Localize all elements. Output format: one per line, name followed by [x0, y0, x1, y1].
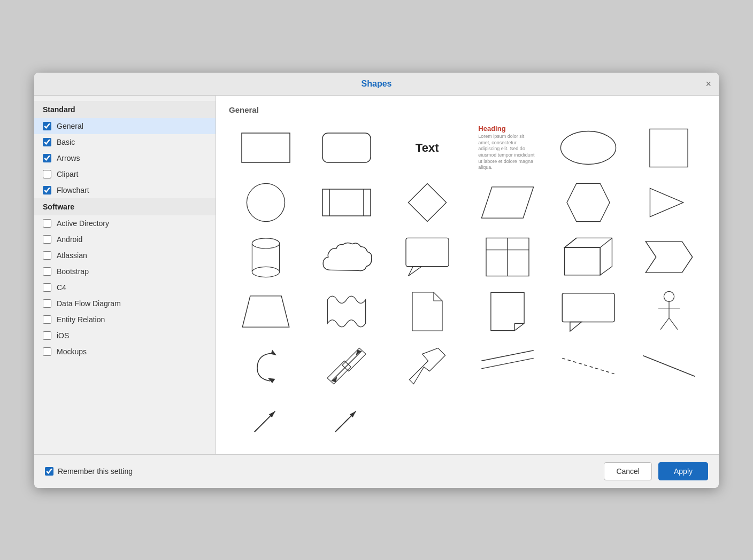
cancel-button[interactable]: Cancel — [604, 462, 652, 480]
shape-dashed-line — [551, 342, 626, 390]
clipart-checkbox[interactable] — [43, 170, 51, 178]
shape-text: Text — [390, 124, 464, 172]
sidebar-item-basic[interactable]: Basic — [34, 134, 216, 150]
ellipse-svg — [556, 128, 620, 168]
sidebar-item-bootstrap[interactable]: Bootstrap — [34, 263, 216, 279]
general-checkbox[interactable] — [43, 122, 51, 130]
dialog-body: Standard General Basic Arrows Clipart Fl… — [34, 96, 719, 454]
svg-point-2 — [560, 131, 616, 165]
shape-hexagon — [551, 178, 626, 227]
svg-line-42 — [482, 350, 534, 361]
shape-cylinder — [229, 233, 303, 281]
bootstrap-checkbox[interactable] — [43, 267, 51, 276]
small-arrow-1-svg — [250, 405, 281, 436]
text-label: Text — [416, 141, 439, 155]
svg-point-12 — [252, 238, 280, 248]
shape-square — [632, 124, 706, 172]
svg-marker-41 — [409, 348, 445, 384]
shape-speech-bubble — [390, 233, 464, 281]
sidebar-item-android[interactable]: Android — [34, 231, 216, 247]
general-label: General — [57, 122, 83, 130]
shape-double-line — [471, 342, 545, 390]
svg-line-45 — [643, 355, 695, 376]
svg-marker-35 — [271, 349, 276, 355]
svg-marker-10 — [567, 183, 610, 221]
trapezoid-svg — [240, 293, 292, 330]
small-arrow-2-svg — [331, 405, 362, 436]
sidebar-item-ios[interactable]: iOS — [34, 328, 216, 344]
square-svg — [646, 127, 691, 169]
svg-rect-1 — [322, 133, 371, 162]
shape-arrow-right — [632, 178, 706, 227]
svg-marker-17 — [408, 266, 421, 276]
svg-rect-21 — [565, 247, 601, 275]
active-directory-checkbox[interactable] — [43, 219, 51, 228]
android-checkbox[interactable] — [43, 235, 51, 244]
sidebar-item-entity-relation[interactable]: Entity Relation — [34, 312, 216, 328]
sidebar-item-atlassian[interactable]: Atlassian — [34, 247, 216, 263]
section-title: General — [229, 105, 706, 114]
heading-shape: Heading Lorem ipsum dolor sit amet, cons… — [478, 125, 537, 171]
svg-marker-28 — [570, 322, 581, 331]
remember-setting-label[interactable]: Remember this setting — [45, 467, 133, 476]
cylinder-svg — [245, 236, 287, 278]
standard-section-header: Standard — [34, 101, 216, 118]
comment-svg — [559, 291, 617, 332]
data-flow-checkbox[interactable] — [43, 299, 51, 308]
svg-line-36 — [332, 351, 362, 381]
sidebar-item-flowchart[interactable]: Flowchart — [34, 182, 216, 198]
svg-point-13 — [252, 267, 280, 277]
svg-marker-8 — [408, 183, 446, 221]
mockups-checkbox[interactable] — [43, 347, 51, 356]
basic-checkbox[interactable] — [43, 138, 51, 146]
note-svg — [487, 290, 528, 333]
shape-rounded-rectangle — [310, 124, 384, 172]
ios-checkbox[interactable] — [43, 331, 51, 340]
sidebar-item-mockups[interactable]: Mockups — [34, 344, 216, 360]
software-section-header: Software — [34, 198, 216, 215]
flowchart-label: Flowchart — [57, 186, 89, 195]
hexagon-svg — [562, 181, 614, 224]
shape-ellipse — [551, 124, 626, 172]
entity-relation-checkbox[interactable] — [43, 315, 51, 324]
clipart-label: Clipart — [57, 170, 78, 178]
circle-svg — [242, 181, 289, 224]
shape-note — [471, 287, 545, 336]
shape-person — [632, 287, 706, 336]
android-label: Android — [57, 235, 82, 244]
shape-circle — [229, 178, 303, 227]
close-button[interactable]: × — [705, 79, 711, 89]
remember-checkbox[interactable] — [45, 467, 53, 476]
single-line-svg — [640, 345, 698, 387]
sidebar-item-c4[interactable]: C4 — [34, 279, 216, 295]
svg-line-43 — [482, 358, 534, 369]
person-svg — [654, 290, 685, 333]
svg-marker-39 — [342, 348, 366, 371]
sidebar-item-data-flow[interactable]: Data Flow Diagram — [34, 295, 216, 312]
svg-marker-11 — [650, 188, 683, 216]
sidebar-item-active-directory[interactable]: Active Directory — [34, 215, 216, 231]
shape-trapezoid — [229, 287, 303, 336]
svg-rect-27 — [562, 293, 614, 322]
sidebar-item-arrows[interactable]: Arrows — [34, 150, 216, 166]
double-arrow-svg — [320, 345, 373, 387]
diamond-svg — [404, 181, 451, 224]
shape-double-arrow — [310, 342, 384, 390]
cloud-svg — [318, 236, 375, 278]
sidebar-item-clipart[interactable]: Clipart — [34, 166, 216, 182]
3d-box-svg — [559, 236, 617, 278]
sidebar-item-general[interactable]: General — [34, 118, 216, 134]
atlassian-checkbox[interactable] — [43, 251, 51, 260]
arrows-label: Arrows — [57, 154, 80, 162]
wave-svg — [320, 290, 373, 333]
shape-diamond — [390, 178, 464, 227]
bootstrap-label: Bootstrap — [57, 267, 89, 276]
svg-point-29 — [664, 291, 674, 301]
flowchart-checkbox[interactable] — [43, 186, 51, 195]
atlassian-label: Atlassian — [57, 251, 87, 260]
svg-line-44 — [562, 358, 614, 374]
c4-checkbox[interactable] — [43, 283, 51, 292]
apply-button[interactable]: Apply — [658, 462, 708, 480]
arrows-checkbox[interactable] — [43, 154, 51, 162]
shape-document — [390, 287, 464, 336]
